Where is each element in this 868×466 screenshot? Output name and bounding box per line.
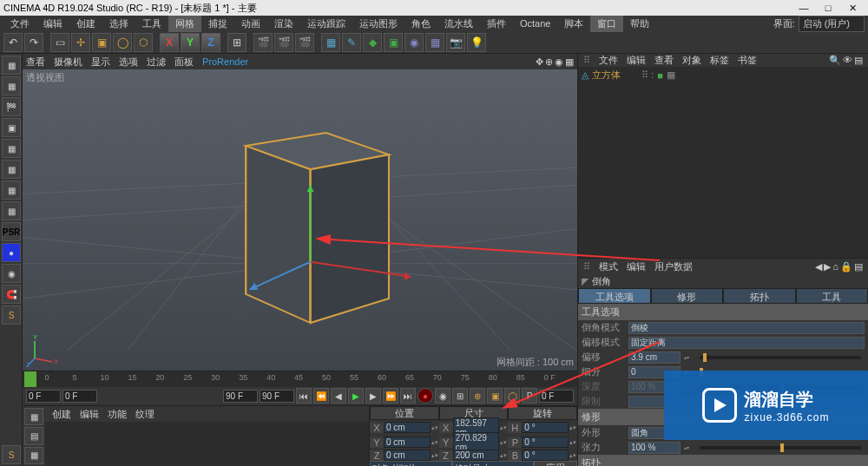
current-frame-field[interactable] <box>539 390 574 403</box>
offset-mode-dropdown[interactable]: 固定距离 <box>628 337 865 349</box>
menu-mograph[interactable]: 运动图形 <box>352 16 404 32</box>
material-manager[interactable] <box>45 422 369 466</box>
attr-tab-edit[interactable]: 编辑 <box>627 260 646 273</box>
material-new-icon[interactable]: ▦ <box>24 408 43 425</box>
axis-mode-icon[interactable]: ▦ <box>2 201 21 220</box>
view-zoom-icon[interactable]: ⊕ <box>545 56 553 68</box>
menu-mesh[interactable]: 网格 <box>168 16 201 32</box>
frame-end-field[interactable] <box>260 390 294 403</box>
material-misc-icon[interactable]: ▦ <box>24 447 43 464</box>
workplane-icon[interactable]: ▣ <box>2 118 21 137</box>
viewport-solo-icon[interactable]: ◉ <box>2 264 21 283</box>
render-region[interactable]: 🎬 <box>274 33 293 52</box>
view-max-icon[interactable]: ▦ <box>565 56 574 68</box>
rotate-tool[interactable]: ◯ <box>113 33 132 52</box>
render-settings[interactable]: 🎬 <box>295 33 314 52</box>
tooltab-tool[interactable]: 工具 <box>796 288 869 304</box>
menu-track[interactable]: 运动跟踪 <box>300 16 352 32</box>
maximize-button[interactable]: □ <box>816 3 840 13</box>
btab-create[interactable]: 创建 <box>52 408 71 421</box>
attr-menu-icon[interactable]: ▤ <box>854 261 863 272</box>
om-tab-view[interactable]: 查看 <box>654 54 674 67</box>
zoom-start-field[interactable] <box>62 390 97 403</box>
snap-mode-icon[interactable]: S <box>2 445 21 464</box>
select-tool[interactable]: ▭ <box>50 33 69 52</box>
axis-z-toggle[interactable]: Z <box>201 33 220 52</box>
tension-slider[interactable] <box>700 446 861 450</box>
attr-lock-icon[interactable]: 🔒 <box>840 261 852 272</box>
bevel-mode-dropdown[interactable]: 倒棱 <box>628 322 865 334</box>
prev-frame-button[interactable]: ◀ <box>331 388 346 404</box>
move-tool[interactable]: ✢ <box>71 33 90 52</box>
object-manager[interactable]: ◬ 立方体 ⠿ : ■ ▦ <box>578 67 868 258</box>
key-options-icon[interactable]: ⊞ <box>452 388 468 404</box>
vis-render-icon[interactable]: ▦ <box>667 69 675 81</box>
make-editable-icon[interactable]: ▦ <box>2 56 21 75</box>
object-name[interactable]: 立方体 <box>592 69 621 82</box>
poly-mode-icon[interactable]: ▦ <box>2 180 21 200</box>
view-renderer[interactable]: ProRender <box>202 56 248 67</box>
goto-start-button[interactable]: ⏮ <box>296 388 312 404</box>
psr-icon[interactable]: PSR <box>2 222 21 241</box>
tweak-icon[interactable]: ● <box>2 243 21 262</box>
last-tool[interactable]: ⬡ <box>134 33 153 52</box>
next-frame-button[interactable]: ▶ <box>365 388 381 404</box>
add-spline[interactable]: ✎ <box>342 33 361 52</box>
tension-spinner[interactable]: ▴▾ <box>684 444 693 450</box>
vis-editor-icon[interactable]: ■ <box>657 70 663 81</box>
rot-b[interactable]: 0 ° <box>522 450 569 461</box>
view-menu-display[interactable]: 显示 <box>91 56 110 69</box>
tooltab-shape[interactable]: 修形 <box>651 288 724 304</box>
viewport[interactable]: 透视视图 网格间距 : 100 cm <box>23 69 577 371</box>
menu-character[interactable]: 角色 <box>404 16 437 32</box>
om-tab-bookmarks[interactable]: 书签 <box>738 54 757 67</box>
prev-key-button[interactable]: ⏪ <box>313 388 329 404</box>
cube-object[interactable] <box>246 133 389 323</box>
view-menu-options[interactable]: 选项 <box>119 56 138 69</box>
om-tab-tags[interactable]: 标签 <box>710 54 729 67</box>
coord-system[interactable]: ⊞ <box>227 33 247 52</box>
view-nav-icon[interactable]: ✥ <box>536 56 543 68</box>
menu-octane[interactable]: Octane <box>513 16 557 30</box>
btab-edit[interactable]: 编辑 <box>80 408 99 421</box>
menu-edit[interactable]: 编辑 <box>36 16 69 32</box>
goto-end-button[interactable]: ⏭ <box>400 388 416 404</box>
autokey-button[interactable]: ◉ <box>435 388 450 404</box>
add-generator[interactable]: ◆ <box>363 33 382 52</box>
om-tab-edit[interactable]: 编辑 <box>627 54 646 67</box>
add-light[interactable]: 💡 <box>467 33 486 52</box>
menu-render[interactable]: 渲染 <box>267 16 300 32</box>
snap-settings-icon[interactable]: S <box>2 305 21 325</box>
rot-p[interactable]: 0 ° <box>522 436 569 448</box>
timeline-ruler[interactable]: 0 5 10 15 20 25 30 35 40 45 50 55 60 65 … <box>23 371 577 387</box>
coord-mode-dropdown[interactable]: 对象 (相对) <box>370 461 452 466</box>
btab-function[interactable]: 功能 <box>108 408 127 421</box>
pos-y[interactable]: 0 cm <box>384 436 431 448</box>
om-tab-objects[interactable]: 对象 <box>682 54 701 67</box>
offset-field[interactable]: 3.9 cm <box>628 351 681 364</box>
add-deformer[interactable]: ▣ <box>384 33 403 52</box>
material-layers-icon[interactable]: ▤ <box>24 427 43 444</box>
view-menu-camera[interactable]: 摄像机 <box>54 56 82 69</box>
pos-x[interactable]: 0 cm <box>384 422 431 433</box>
key-pos-icon[interactable]: ⊕ <box>470 388 485 404</box>
minimize-button[interactable]: — <box>792 3 816 13</box>
offset-spinner[interactable]: ▴▾ <box>684 354 693 360</box>
om-tab-file[interactable]: 文件 <box>599 54 618 67</box>
key-rot-icon[interactable]: ◯ <box>504 388 520 404</box>
edge-mode-icon[interactable]: ▦ <box>2 160 21 179</box>
menu-select[interactable]: 选择 <box>102 16 135 32</box>
redo-button[interactable]: ↷ <box>24 33 43 52</box>
tooltab-options[interactable]: 工具选项 <box>578 288 651 304</box>
view-menu-filter[interactable]: 过滤 <box>147 56 166 69</box>
render-view[interactable]: 🎬 <box>253 33 273 52</box>
tooltab-topology[interactable]: 拓扑 <box>723 288 796 304</box>
view-menu-view[interactable]: 查看 <box>26 56 45 69</box>
attr-back-icon[interactable]: ◀ <box>815 261 822 272</box>
size-z[interactable]: 200 cm <box>453 450 500 461</box>
menu-pipeline[interactable]: 流水线 <box>437 16 480 32</box>
menu-animate[interactable]: 动画 <box>234 16 267 32</box>
snap-toggle-icon[interactable]: 🧲 <box>2 285 21 304</box>
om-search-icon[interactable]: 🔍 <box>829 55 841 66</box>
scale-tool[interactable]: ▣ <box>92 33 111 52</box>
